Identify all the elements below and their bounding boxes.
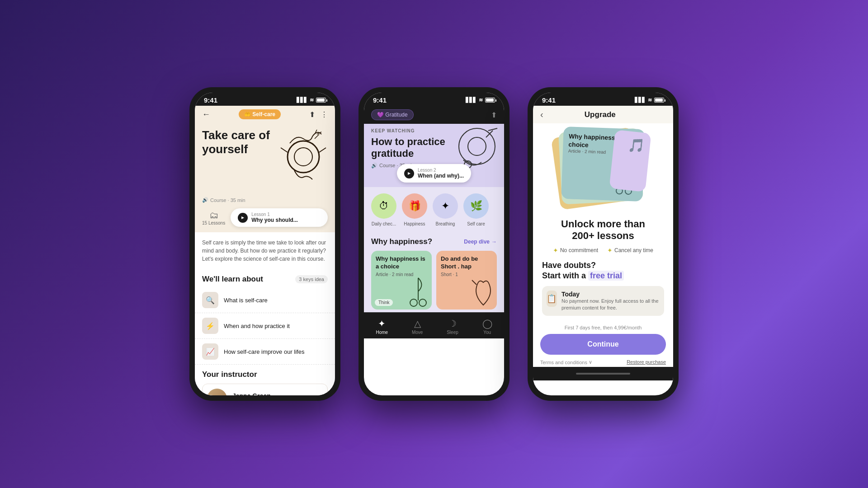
time-2: 9:41 [373, 96, 387, 104]
phone3-header: ‹ Upgrade [533, 106, 673, 123]
terms-label: Terms and conditions [540, 360, 587, 365]
nav-you-2[interactable]: ◯ You [479, 316, 496, 337]
learn-text-1: What is self-care [224, 297, 268, 304]
card-art-2 [470, 273, 497, 310]
card-title-1: Why happiness is a choice [376, 255, 427, 271]
lesson-num-1: Lesson 1 [251, 212, 298, 217]
perk-no-commitment: ✦ No commitment [553, 247, 598, 254]
home-icon-2: ✦ [378, 318, 386, 329]
categories-row: ⏱ Daily chec... 🎁 Happiness ✦ Breathing … [364, 187, 504, 233]
svg-point-1 [294, 148, 312, 166]
learn-item-1: 🔍 What is self-care [195, 287, 335, 313]
svg-line-8 [488, 128, 497, 131]
play-button-2[interactable]: ▶ [404, 169, 414, 178]
deep-dive-arrow: → [491, 239, 497, 245]
lesson-pill-1[interactable]: ▶ Lesson 1 Why you should... [231, 208, 328, 227]
terms-chevron-icon: ∨ [589, 359, 592, 365]
course-meta-text-1: Course · 35 min [210, 197, 245, 203]
today-desc: No payment now. Enjoy full access to all… [561, 298, 660, 312]
nav-you-label-2: You [483, 330, 491, 335]
stack-card-extra: 🎵 [609, 130, 651, 192]
upgrade-title: Upgrade [543, 110, 657, 119]
instructor-name: Jenna Green [232, 392, 288, 395]
perk-label-2: Cancel any time [614, 247, 653, 253]
status-bar-2: 9:41 ▋▋▋ ≋ [364, 93, 504, 106]
today-label: Today [561, 291, 660, 298]
signal-icon-1: ▋▋▋ [297, 97, 307, 103]
phone2-lesson-pill[interactable]: ▶ Lesson 2 When (and why)... [397, 164, 471, 183]
deep-dive-text: Deep dive [464, 239, 490, 245]
content-card-1[interactable]: Why happiness is a choice Article · 2 mi… [371, 251, 432, 310]
phone2-course-icon: 🔊 [371, 163, 377, 169]
nav-move-label-2: Move [412, 330, 423, 335]
battery-icon-2 [485, 98, 495, 103]
content-card-2[interactable]: Do and do be Short . hap Short · 1 [436, 251, 497, 310]
status-bar-3: 9:41 ▋▋▋ ≋ [533, 93, 673, 106]
category-breathing[interactable]: ✦ Breathing [433, 193, 458, 226]
card-doodle-4: 🎵 [618, 136, 645, 154]
phone2-header: 💜 Gratitude ⬆ [364, 106, 504, 124]
hero-doodle-1 [276, 125, 330, 188]
category-daily[interactable]: ⏱ Daily chec... [371, 193, 396, 226]
learn-item-3: 📈 How self-care improve our lifes [195, 339, 335, 365]
unlock-section: Unlock more than200+ lessons ✦ No commit… [533, 218, 673, 254]
section-tag-1: 3 keys idea [295, 275, 328, 283]
terms-link[interactable]: Terms and conditions ∨ [540, 359, 592, 365]
share-icon-1[interactable]: ⬆ [309, 110, 315, 119]
category-circle-breathing: ✦ [433, 193, 458, 219]
svg-line-12 [472, 280, 476, 285]
phone2-hero-title: How to practicegratitude [371, 136, 447, 160]
learn-item-2: ⚡ When and how practice it [195, 313, 335, 339]
phone2-hero: KEEP WATCHING How to practicegratitude 🔊… [364, 124, 504, 187]
svg-point-5 [468, 137, 486, 155]
lessons-count-text: 15 Lessons [202, 221, 225, 225]
signal-icon-3: ▋▋▋ [635, 97, 646, 103]
nav-home-2[interactable]: ✦ Home [372, 316, 392, 337]
home-indicator-3 [576, 373, 630, 375]
more-icon-1[interactable]: ⋮ [321, 110, 328, 119]
perk-label-1: No commitment [560, 247, 598, 253]
back-button-1[interactable]: ← [202, 110, 210, 119]
instructor-section: Your instructor JG Jenna Green Psycholog… [195, 365, 335, 395]
category-selfcare[interactable]: 🌿 Self care [463, 193, 489, 226]
category-label-breathing: Breathing [436, 221, 455, 226]
wifi-icon-2: ≋ [479, 97, 483, 103]
lesson-pill-text-1: Lesson 1 Why you should... [251, 212, 298, 223]
time-3: 9:41 [542, 96, 556, 104]
status-bar-1: 9:41 ▋▋▋ ≋ [195, 93, 335, 106]
signal-icon-2: ▋▋▋ [466, 97, 476, 103]
back-button-3[interactable]: ‹ [540, 109, 543, 120]
selfcare-tag: 🤲 Self-care [239, 109, 281, 119]
learn-icon-3: 📈 [202, 343, 218, 360]
card-title-2: Do and do be Short . hap [441, 255, 492, 271]
card-art-1 [405, 273, 432, 310]
instructor-avatar: JG [207, 389, 227, 395]
category-circle-happiness: 🎁 [402, 193, 427, 219]
category-circle-daily: ⏱ [371, 193, 396, 219]
svg-point-10 [410, 299, 417, 306]
why-happiness-row: Why happiness? Deep dive → [371, 237, 497, 246]
today-text: Today No payment now. Enjoy full access … [561, 291, 660, 312]
restore-purchase-link[interactable]: Restore purchase [627, 359, 666, 365]
section-title-1: We'll learn about [202, 275, 263, 284]
nav-sleep-2[interactable]: ☽ Sleep [443, 316, 462, 337]
perk-cancel: ✦ Cancel any time [607, 247, 653, 254]
status-icons-3: ▋▋▋ ≋ [635, 97, 664, 103]
continue-button[interactable]: Continue [540, 334, 666, 355]
gratitude-tag: 💜 Gratitude [371, 109, 414, 120]
unlock-title: Unlock more than200+ lessons [542, 218, 664, 242]
share-icon-2[interactable]: ⬆ [491, 111, 497, 119]
nav-home-label-2: Home [376, 330, 388, 335]
cards-row: Why happiness is a choice Article · 2 mi… [371, 251, 497, 310]
play-button-1[interactable]: ▶ [238, 213, 248, 223]
category-label-daily: Daily chec... [372, 221, 396, 226]
nav-move-2[interactable]: △ Move [408, 316, 426, 337]
status-icons-1: ▋▋▋ ≋ [297, 97, 326, 103]
instructor-card[interactable]: JG Jenna Green Psychologist at Princeton [202, 384, 328, 395]
svg-point-0 [288, 141, 319, 173]
price-text: First 7 days free, then 4,99€/month [533, 325, 673, 330]
learn-text-3: How self-care improve our lifes [224, 348, 304, 355]
category-happiness[interactable]: 🎁 Happiness [402, 193, 427, 226]
status-icons-2: ▋▋▋ ≋ [466, 97, 495, 103]
deep-dive-link[interactable]: Deep dive → [464, 239, 497, 245]
